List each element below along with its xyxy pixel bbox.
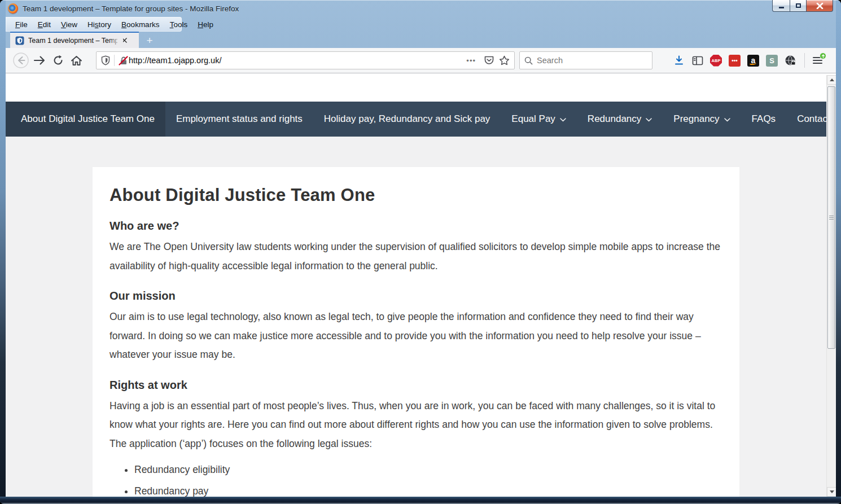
back-button[interactable]: [11, 51, 30, 70]
menu-bookmarks-post: ookmarks: [126, 20, 160, 29]
menu-history[interactable]: History: [82, 19, 116, 30]
nav-item-employment-label: Employment status and rights: [176, 113, 303, 125]
title-bar[interactable]: Team 1 development – Template for group …: [0, 0, 841, 17]
app-menu-button[interactable]: [808, 51, 827, 70]
amazon-assistant-button[interactable]: a: [744, 51, 763, 70]
maximize-icon: [796, 3, 801, 8]
url-bar[interactable]: •••: [96, 51, 515, 69]
forward-arrow-icon: [33, 55, 46, 65]
nav-item-pregnancy[interactable]: Pregnancy: [663, 102, 741, 137]
tab-team1-development[interactable]: Team 1 development – Templa: [10, 32, 139, 48]
menu-view-accel: V: [61, 20, 66, 29]
menu-file[interactable]: File: [10, 19, 33, 30]
close-window-button[interactable]: [807, 0, 833, 12]
reload-icon: [52, 55, 64, 66]
reload-button[interactable]: [49, 51, 67, 70]
menu-edit-accel: E: [38, 20, 43, 29]
section-body-our-mission: Our aim is to use legal technology, also…: [109, 308, 722, 365]
s-extension-button[interactable]: S: [763, 51, 781, 70]
nav-item-redundancy[interactable]: Redundancy: [577, 102, 663, 137]
home-icon: [71, 55, 82, 66]
nav-item-equal-pay[interactable]: Equal Pay: [501, 102, 577, 137]
window-controls: [772, 0, 833, 12]
menu-help[interactable]: Help: [192, 19, 218, 30]
section-body-rights-at-work: Having a job is an essential part of mos…: [109, 397, 722, 454]
menu-bookmarks[interactable]: Bookmarks: [116, 19, 165, 30]
nav-item-about[interactable]: About Digital Justice Team One: [6, 102, 165, 137]
forward-button[interactable]: [30, 51, 49, 70]
scroll-up-arrow-icon: [830, 78, 834, 81]
amazon-icon: a: [747, 55, 759, 67]
nav-item-faqs-label: FAQs: [752, 113, 776, 125]
scroll-down-arrow-icon: [830, 490, 834, 493]
menu-tools[interactable]: Tools: [165, 19, 193, 30]
nav-item-redundancy-label: Redundancy: [588, 113, 641, 125]
nav-item-faqs[interactable]: FAQs: [741, 102, 787, 137]
menu-edit[interactable]: Edit: [33, 19, 56, 30]
window-frame-left: [0, 0, 6, 504]
search-input[interactable]: [537, 56, 647, 65]
menu-file-post: ile: [20, 20, 28, 29]
nav-item-employment[interactable]: Employment status and rights: [165, 102, 313, 137]
insecure-lock-icon[interactable]: [119, 56, 129, 65]
vertical-scrollbar[interactable]: [826, 75, 836, 497]
nav-item-equal-pay-label: Equal Pay: [511, 113, 555, 125]
web-page: About Digital Justice Team One Employmen…: [6, 73, 826, 497]
menu-bar-row: File Edit View History Bookmarks Tools H…: [6, 17, 836, 32]
minimize-button[interactable]: [772, 0, 790, 12]
new-tab-button[interactable]: +: [141, 33, 158, 48]
menu-view[interactable]: View: [56, 19, 82, 30]
amazon-smile: [750, 62, 756, 65]
minimize-icon: [779, 7, 784, 8]
pocket-icon[interactable]: [484, 55, 494, 65]
chevron-down-icon: [646, 118, 652, 122]
downloads-button[interactable]: [669, 51, 688, 70]
nav-item-holiday-pay[interactable]: Holiday pay, Redundancy and Sick pay: [313, 102, 501, 137]
back-arrow-icon: [12, 52, 29, 69]
section-title-who-are-we: Who are we?: [109, 220, 722, 233]
tab-bar: Team 1 development – Templa +: [6, 32, 836, 48]
firefox-window: Team 1 development – Template for group …: [0, 0, 841, 504]
page-actions-button[interactable]: •••: [463, 56, 479, 65]
menu-bar: File Edit View History Bookmarks Tools H…: [6, 17, 182, 32]
menu-help-accel: H: [198, 20, 203, 29]
scrollbar-grip: [829, 216, 834, 220]
nav-item-contact-us[interactable]: Contact Us: [786, 102, 826, 137]
tab-title-fade: [108, 34, 123, 47]
menu-bookmarks-accel: B: [121, 20, 126, 29]
menu-history-accel: s: [95, 20, 99, 29]
chevron-down-icon: [724, 118, 730, 122]
site-navigation: About Digital Justice Team One Employmen…: [6, 102, 826, 137]
maximize-button[interactable]: [790, 0, 807, 12]
legal-issues-list: Redundancy eligibility Redundancy pay: [109, 461, 722, 497]
home-button[interactable]: [67, 51, 86, 70]
list-item: Redundancy pay: [134, 483, 722, 497]
tab-title: Team 1 development – Templa: [28, 37, 117, 45]
scrollbar-thumb[interactable]: [827, 86, 835, 349]
menu-view-post: iew: [66, 20, 77, 29]
firefox-logo-icon: [8, 3, 18, 14]
list-item: Redundancy eligibility: [134, 461, 722, 478]
tracking-protection-shield-icon[interactable]: [101, 55, 110, 65]
scrollbar-up-button[interactable]: [827, 75, 836, 85]
search-icon: [524, 56, 533, 65]
navigation-toolbar: •••: [6, 48, 836, 73]
lastpass-icon: •••: [729, 55, 741, 67]
window-frame-right: [836, 0, 841, 504]
site-favicon-shield-icon: [15, 36, 24, 45]
window-title: Team 1 development – Template for group …: [23, 5, 239, 13]
url-input[interactable]: [129, 56, 463, 65]
nav-item-about-label: About Digital Justice Team One: [21, 113, 155, 125]
search-bar[interactable]: [519, 51, 652, 69]
close-icon: [816, 3, 824, 9]
bookmark-star-icon[interactable]: [499, 55, 510, 65]
window-frame-bottom: [0, 497, 841, 504]
privacy-globe-button[interactable]: [781, 51, 800, 70]
sidebar-toggle-button[interactable]: [688, 51, 707, 70]
adblock-plus-button[interactable]: ABP: [707, 51, 725, 70]
lastpass-button[interactable]: •••: [725, 51, 744, 70]
scrollbar-down-button[interactable]: [827, 487, 836, 497]
update-available-badge: [820, 52, 826, 59]
toolbar-extensions: ABP ••• a S: [669, 51, 800, 70]
menu-edit-post: dit: [43, 20, 51, 29]
